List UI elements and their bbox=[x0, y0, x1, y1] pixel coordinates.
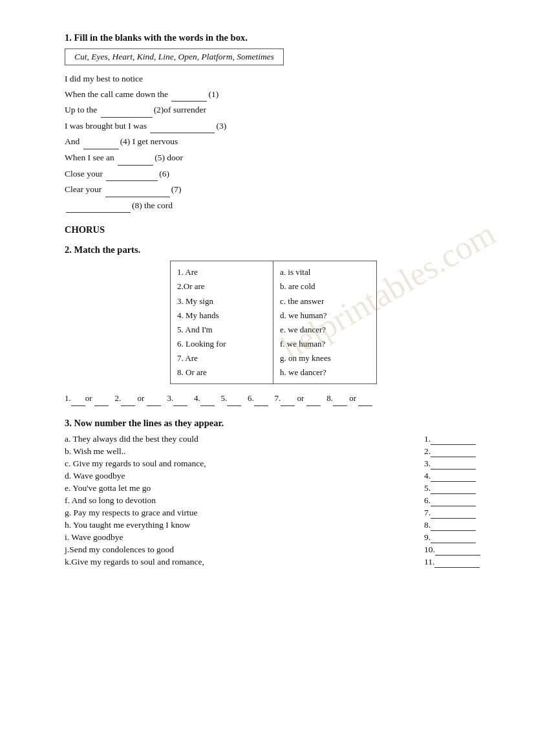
match-left-1: 1. Are bbox=[177, 265, 266, 279]
lyric-line-4: I was brought but I was (3) bbox=[65, 119, 482, 134]
lyric-line-3: Up to the (2)of surrender bbox=[65, 103, 482, 118]
section2: 2. Match the parts. 1. Are 2.Or are 3. M… bbox=[65, 244, 482, 406]
word-box: Cut, Eyes, Heart, Kind, Line, Open, Plat… bbox=[65, 49, 284, 65]
list-item: f. And so long to devotion 6. bbox=[65, 495, 482, 506]
section3-title: 3. Now number the lines as they appear. bbox=[65, 418, 482, 429]
match-left-6: 6. Looking for bbox=[177, 337, 266, 351]
match-left-4: 4. My hands bbox=[177, 308, 266, 323]
match-right-c: c. the answer bbox=[280, 294, 370, 308]
section1: 1. Fill in the blanks with the words in … bbox=[65, 32, 482, 213]
match-right-b: b. are cold bbox=[280, 279, 370, 294]
match-right-a: a. is vital bbox=[280, 265, 370, 279]
lyric-line-8: Clear your (7) bbox=[65, 182, 482, 197]
lyric-line-6: When I see an (5) door bbox=[65, 151, 482, 166]
list-item: j.Send my condolences to good 10. bbox=[65, 545, 482, 556]
lyric-line-5: And (4) I get nervous bbox=[65, 135, 482, 149]
lyric-line-7: Close your (6) bbox=[65, 167, 482, 182]
list-item: a. They always did the best they could 1… bbox=[65, 434, 482, 445]
section1-title: 1. Fill in the blanks with the words in … bbox=[65, 32, 482, 43]
lyric-line-9: (8) the cord bbox=[65, 199, 482, 213]
match-left-col: 1. Are 2.Or are 3. My sign 4. My hands 5… bbox=[171, 261, 273, 383]
match-right-h: h. we dancer? bbox=[280, 365, 370, 380]
match-left-7: 7. Are bbox=[177, 351, 266, 365]
match-right-d: d. we human? bbox=[280, 308, 370, 323]
match-right-f: f. we human? bbox=[280, 337, 370, 351]
match-left-5: 5. And I'm bbox=[177, 323, 266, 337]
list-item: k.Give my regards to soul and romance, 1… bbox=[65, 557, 482, 568]
match-right-e: e. we dancer? bbox=[280, 323, 370, 337]
lyric-line-2: When the call came down the (1) bbox=[65, 87, 482, 102]
match-answers: 1. or 2. or 3. 4. 5. 6. 7. or 8. or bbox=[65, 391, 482, 406]
match-table: 1. Are 2.Or are 3. My sign 4. My hands 5… bbox=[170, 261, 377, 384]
section3: 3. Now number the lines as they appear. … bbox=[65, 418, 482, 568]
list-item: h. You taught me everything I know 8. bbox=[65, 520, 482, 531]
match-right-g: g. on my knees bbox=[280, 351, 370, 365]
list-item: c. Give my regards to soul and romance, … bbox=[65, 459, 482, 470]
match-left-3: 3. My sign bbox=[177, 294, 266, 308]
match-left-8: 8. Or are bbox=[177, 365, 266, 380]
list-item: b. Wish me well.. 2. bbox=[65, 446, 482, 457]
chorus-label: CHORUS bbox=[65, 224, 482, 235]
match-right-col: a. is vital b. are cold c. the answer d.… bbox=[273, 261, 376, 383]
section2-title: 2. Match the parts. bbox=[65, 244, 482, 255]
list-item: d. Wave goodbye 4. bbox=[65, 471, 482, 482]
list-item: e. You've gotta let me go 5. bbox=[65, 483, 482, 494]
match-left-2: 2.Or are bbox=[177, 279, 266, 294]
list-item: g. Pay my respects to grace and virtue 7… bbox=[65, 508, 482, 519]
lyric-line-1: I did my best to notice bbox=[65, 72, 482, 86]
list-item: i. Wave goodbye 9. bbox=[65, 532, 482, 543]
